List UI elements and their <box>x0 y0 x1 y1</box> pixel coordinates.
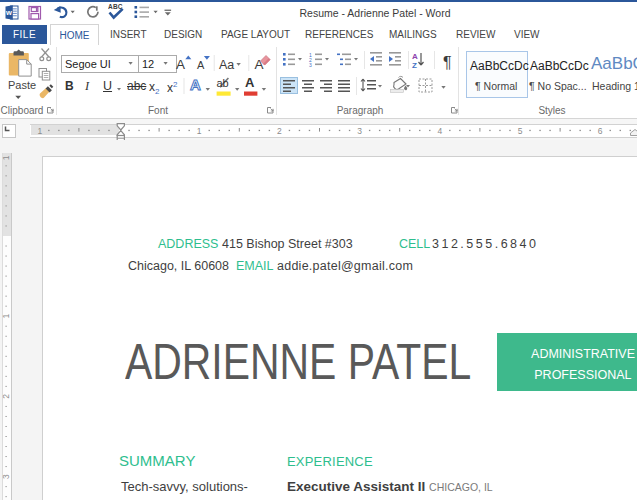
svg-text:4: 4 <box>437 126 442 136</box>
svg-text:A: A <box>197 59 205 71</box>
svg-text:2: 2 <box>1 394 11 399</box>
svg-text:3: 3 <box>1 474 11 479</box>
svg-text:Aa: Aa <box>219 58 234 72</box>
svg-text:w: w <box>5 8 12 17</box>
svg-text:5: 5 <box>518 126 523 136</box>
svg-text:2: 2 <box>277 126 282 136</box>
svg-text:3: 3 <box>309 62 312 68</box>
svg-text:1: 1 <box>1 155 11 160</box>
svg-text:A: A <box>412 52 418 61</box>
svg-text:¶: ¶ <box>443 54 452 71</box>
svg-text:1: 1 <box>1 314 11 319</box>
svg-text:Z: Z <box>412 61 417 70</box>
svg-text:A: A <box>255 57 264 72</box>
svg-text:6: 6 <box>598 126 603 136</box>
svg-text:A: A <box>176 57 185 72</box>
svg-text:1: 1 <box>37 126 42 136</box>
svg-text:3: 3 <box>357 126 362 136</box>
svg-text:1: 1 <box>197 126 202 136</box>
